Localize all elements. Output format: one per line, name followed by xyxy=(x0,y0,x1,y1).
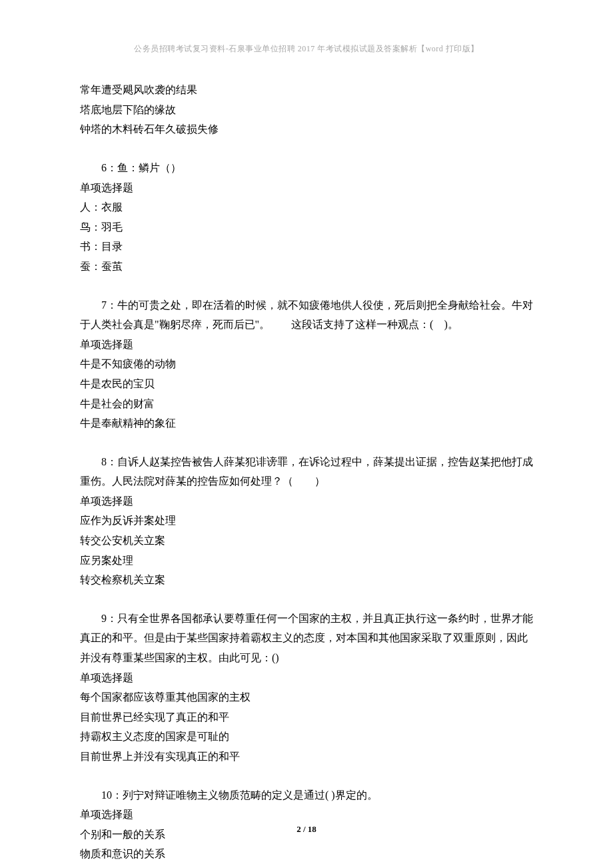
page-footer: 2 / 18 xyxy=(0,821,613,837)
question-text: 列宁对辩证唯物主义物质范畴的定义是通过( )界定的。 xyxy=(123,789,378,801)
option-text: 物质和意识的关系 xyxy=(80,844,533,864)
option-text: 每个国家都应该尊重其他国家的主权 xyxy=(80,687,533,707)
option-text: 塔底地层下陷的缘故 xyxy=(80,100,533,120)
option-text: 应另案处理 xyxy=(80,551,533,571)
header-text-b: word xyxy=(426,44,444,53)
page-number-sep: / xyxy=(301,824,308,834)
question-stem: 6：鱼：鳞片（） xyxy=(80,158,533,178)
option-text: 目前世界已经实现了真正的和平 xyxy=(80,707,533,727)
question-stem: 8：自诉人赵某控告被告人薛某犯诽谤罪，在诉论过程中，薛某提出证据，控告赵某把他打… xyxy=(80,452,533,491)
question-block-7: 7：牛的可贵之处，即在活着的时候，就不知疲倦地供人役使，死后则把全身献给社会。牛… xyxy=(80,295,533,433)
question-number: 7： xyxy=(101,299,117,311)
question-number: 8： xyxy=(101,456,117,467)
option-text: 常年遭受飓风吹袭的结果 xyxy=(80,80,533,100)
header-text-c: 打印版】 xyxy=(443,44,479,53)
question-type: 单项选择题 xyxy=(80,335,533,355)
question-number: 6： xyxy=(101,162,117,173)
option-text: 持霸权主义态度的国家是可耻的 xyxy=(80,727,533,747)
question-text: 自诉人赵某控告被告人薛某犯诽谤罪，在诉论过程中，薛某提出证据，控告赵某把他打成重… xyxy=(80,456,533,487)
option-text: 鸟：羽毛 xyxy=(80,217,533,237)
page-number-total: 18 xyxy=(308,824,316,834)
question-number: 10： xyxy=(101,789,123,801)
option-text: 哲学与具体科学的关系 xyxy=(80,864,533,868)
question-stem: 7：牛的可贵之处，即在活着的时候，就不知疲倦地供人役使，死后则把全身献给社会。牛… xyxy=(80,295,533,335)
page-header: 公务员招聘考试复习资料-石泉事业单位招聘 2017 年考试模拟试题及答案解析【w… xyxy=(80,41,533,56)
question-block-9: 9：只有全世界各国都承认要尊重任何一个国家的主权，并且真正执行这一条约时，世界才… xyxy=(80,609,533,767)
question-number: 9： xyxy=(101,613,117,624)
question-block-6: 6：鱼：鳞片（） 单项选择题 人：衣服 鸟：羽毛 书：目录 蚕：蚕茧 xyxy=(80,158,533,277)
option-text: 转交检察机关立案 xyxy=(80,570,533,590)
question-stem: 10：列宁对辩证唯物主义物质范畴的定义是通过( )界定的。 xyxy=(80,785,533,805)
question-stem: 9：只有全世界各国都承认要尊重任何一个国家的主权，并且真正执行这一条约时，世界才… xyxy=(80,609,533,668)
option-text: 转交公安机关立案 xyxy=(80,531,533,551)
option-text: 牛是不知疲倦的动物 xyxy=(80,354,533,374)
option-text: 钟塔的木料砖石年久破损失修 xyxy=(80,119,533,139)
option-text: 牛是社会的财富 xyxy=(80,394,533,414)
question-type: 单项选择题 xyxy=(80,178,533,198)
option-text: 人：衣服 xyxy=(80,197,533,217)
option-text: 牛是奉献精神的象征 xyxy=(80,413,533,433)
question-type: 单项选择题 xyxy=(80,668,533,688)
option-text: 蚕：蚕茧 xyxy=(80,257,533,277)
option-text: 目前世界上并没有实现真正的和平 xyxy=(80,747,533,767)
question-text: 鱼：鳞片（） xyxy=(117,162,181,173)
option-text: 书：目录 xyxy=(80,237,533,257)
question-text: 牛的可贵之处，即在活着的时候，就不知疲倦地供人役使，死后则把全身献给社会。牛对于… xyxy=(80,299,533,331)
option-text: 牛是农民的宝贝 xyxy=(80,374,533,394)
question-block-continuation: 常年遭受飓风吹袭的结果 塔底地层下陷的缘故 钟塔的木料砖石年久破损失修 xyxy=(80,80,533,139)
question-type: 单项选择题 xyxy=(80,491,533,511)
option-text: 应作为反诉并案处理 xyxy=(80,511,533,531)
header-text-a: 公务员招聘考试复习资料-石泉事业单位招聘 2017 年考试模拟试题及答案解析【 xyxy=(134,44,426,53)
question-block-8: 8：自诉人赵某控告被告人薛某犯诽谤罪，在诉论过程中，薛某提出证据，控告赵某把他打… xyxy=(80,452,533,590)
document-page: 公务员招聘考试复习资料-石泉事业单位招聘 2017 年考试模拟试题及答案解析【w… xyxy=(0,0,613,868)
question-text: 只有全世界各国都承认要尊重任何一个国家的主权，并且真正执行这一条约时，世界才能真… xyxy=(80,613,533,663)
